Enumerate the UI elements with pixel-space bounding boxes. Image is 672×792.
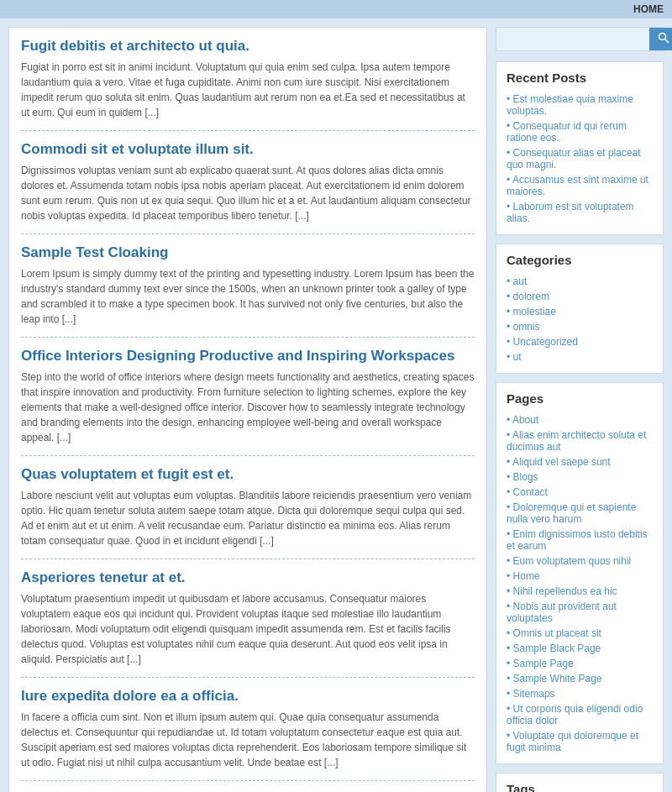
categories-list: autdoloremmolestiaeomnisUncategorizedut xyxy=(507,274,653,365)
page-item: Ut corporis quia eligendi odio officia d… xyxy=(507,701,653,728)
page-item: Nihil repellendus ea hic xyxy=(507,584,653,599)
recent-post-link[interactable]: Consequatur alias et placeat quo magni. xyxy=(507,147,641,170)
page-item: Alias enim architecto soluta et ducimus … xyxy=(507,427,653,454)
post-item: Asperiores tenetur at et. Voluptatum pra… xyxy=(21,569,475,678)
post-title: Quas voluptatem et fugit est et. xyxy=(21,466,475,483)
recent-post-item: Consequatur id qui rerum ratione eos. xyxy=(507,118,653,145)
page-link[interactable]: Eum voluptatem quos nihil xyxy=(513,555,632,567)
category-link[interactable]: dolorem xyxy=(513,291,549,302)
tags-heading: Tags xyxy=(507,782,653,792)
page-link[interactable]: About xyxy=(512,414,538,426)
post-excerpt: Voluptatum praesentium impedit ut quibus… xyxy=(21,591,475,667)
page-link[interactable]: Nihil repellendus ea hic xyxy=(513,585,617,597)
search-box xyxy=(496,27,664,51)
page-link[interactable]: Doloremque qui et sapiente nulla vero ha… xyxy=(507,501,636,525)
pages-list: AboutAlias enim architecto soluta et duc… xyxy=(507,412,653,755)
page-link[interactable]: Sample Page xyxy=(513,658,574,669)
post-title-link[interactable]: Sample Test Cloaking xyxy=(21,244,168,260)
post-title: Iure expedita dolore ea a officia. xyxy=(21,688,475,705)
recent-post-item: Accusamus est sint maxime ut maiores. xyxy=(507,172,653,199)
post-item: Sample Test Cloaking Lorem Ipsum is simp… xyxy=(21,244,475,338)
category-link[interactable]: Uncategorized xyxy=(513,336,578,348)
post-title-link[interactable]: Commodi sit et voluptate illum sit. xyxy=(21,141,254,157)
category-item: Uncategorized xyxy=(507,334,653,349)
page-item: Enim dignissimos iusto debitis et earum xyxy=(507,527,653,553)
home-nav-link[interactable]: HOME xyxy=(633,3,664,15)
category-item: aut xyxy=(507,274,653,289)
page-link[interactable]: Nobis aut provident aut voluptates xyxy=(507,601,617,624)
category-item: ut xyxy=(507,349,653,365)
post-item: Commodi sit et voluptate illum sit. Dign… xyxy=(21,141,475,234)
post-item: Office Interiors Designing Productive an… xyxy=(21,348,475,456)
svg-point-0 xyxy=(659,34,666,40)
post-title: Office Interiors Designing Productive an… xyxy=(21,348,475,365)
page-link[interactable]: Blogs xyxy=(513,471,538,483)
post-excerpt: Fugiat in porro est sit in animi incidun… xyxy=(21,60,475,120)
page-item: Voluptate qui doloremque et fugit minima xyxy=(507,728,653,755)
categories-heading: Categories xyxy=(507,253,653,267)
page-link[interactable]: Home xyxy=(513,570,540,582)
page-link[interactable]: Voluptate qui doloremque et fugit minima xyxy=(507,730,638,753)
page-item: Contact xyxy=(507,485,653,500)
tags-section: Tags dignissimos iure officiis totam vol… xyxy=(496,773,664,792)
recent-post-item: Consequatur alias et placeat quo magni. xyxy=(507,145,653,172)
page-item: Eum voluptatem quos nihil xyxy=(507,553,653,569)
category-link[interactable]: ut xyxy=(513,351,522,363)
category-item: molestiae xyxy=(507,304,653,319)
recent-post-link[interactable]: Est molestiae quia maxime voluptas. xyxy=(507,93,633,117)
post-title: Asperiores tenetur at et. xyxy=(21,569,475,586)
page-item: Sample Page xyxy=(507,656,653,671)
category-link[interactable]: aut xyxy=(513,275,528,287)
page-item: Omnis ut placeat sit xyxy=(507,626,653,641)
post-excerpt: In facere a officia cum sint. Non et ill… xyxy=(21,710,475,770)
page-wrapper: Fugit debitis et architecto ut quia. Fug… xyxy=(0,18,672,792)
page-link[interactable]: Aliquid vel saepe sunt xyxy=(512,456,611,468)
page-item: Aliquid vel saepe sunt xyxy=(507,454,653,469)
post-excerpt: Step into the world of office interiors … xyxy=(21,370,475,445)
page-item: About xyxy=(507,412,653,427)
recent-post-link[interactable]: Consequatur id qui rerum ratione eos. xyxy=(507,120,627,144)
page-item: Sample Black Page xyxy=(507,641,653,656)
recent-post-item: Laborum est sit voluptatem alias. xyxy=(507,199,653,226)
page-link[interactable]: Sample White Page xyxy=(513,673,602,684)
recent-posts-list: Est molestiae quia maxime voluptas.Conse… xyxy=(507,92,653,226)
page-item: Sample White Page xyxy=(507,671,653,686)
post-title-link[interactable]: Fugit debitis et architecto ut quia. xyxy=(21,38,249,54)
pages-heading: Pages xyxy=(507,391,653,406)
page-link[interactable]: Ut corporis quia eligendi odio officia d… xyxy=(507,703,643,726)
recent-posts-heading: Recent Posts xyxy=(507,71,653,85)
category-link[interactable]: molestiae xyxy=(513,306,556,317)
recent-post-item: Est molestiae quia maxime voluptas. xyxy=(507,92,653,118)
recent-post-link[interactable]: Accusamus est sint maxime ut maiores. xyxy=(507,174,648,197)
posts-container: Fugit debitis et architecto ut quia. Fug… xyxy=(21,38,475,792)
search-button[interactable] xyxy=(649,28,672,50)
post-item: Quas voluptatem et fugit est et. Labore … xyxy=(21,466,475,559)
main-content: Fugit debitis et architecto ut quia. Fug… xyxy=(8,27,487,792)
category-item: dolorem xyxy=(507,289,653,304)
page-item: Home xyxy=(507,569,653,584)
post-title-link[interactable]: Iure expedita dolore ea a officia. xyxy=(21,688,239,704)
post-title-link[interactable]: Office Interiors Designing Productive an… xyxy=(21,348,454,364)
page-link[interactable]: Sample Black Page xyxy=(513,643,601,654)
post-excerpt: Lorem Ipsum is simply dummy text of the … xyxy=(21,266,475,327)
page-link[interactable]: Omnis ut placeat sit xyxy=(513,627,601,639)
page-item: Blogs xyxy=(507,469,653,485)
post-excerpt: Labore nesciunt velit aut voluptas eum v… xyxy=(21,488,475,548)
post-title-link[interactable]: Asperiores tenetur at et. xyxy=(21,569,186,585)
svg-line-1 xyxy=(665,39,669,44)
recent-post-link[interactable]: Laborum est sit voluptatem alias. xyxy=(507,201,634,224)
page-link[interactable]: Contact xyxy=(513,486,548,498)
sidebar: Recent Posts Est molestiae quia maxime v… xyxy=(496,27,664,792)
page-link[interactable]: Alias enim architecto soluta et ducimus … xyxy=(507,429,646,453)
search-input[interactable] xyxy=(496,28,649,50)
pages-section: Pages AboutAlias enim architecto soluta … xyxy=(496,382,664,764)
category-link[interactable]: omnis xyxy=(513,321,540,333)
page-link[interactable]: Sitemaps xyxy=(513,688,555,700)
category-item: omnis xyxy=(507,319,653,334)
post-item: Fugit debitis et architecto ut quia. Fug… xyxy=(21,38,475,131)
page-item: Doloremque qui et sapiente nulla vero ha… xyxy=(507,500,653,527)
page-item: Nobis aut provident aut voluptates xyxy=(507,599,653,626)
post-title-link[interactable]: Quas voluptatem et fugit est et. xyxy=(21,466,234,482)
page-link[interactable]: Enim dignissimos iusto debitis et earum xyxy=(507,528,648,552)
post-item: Iure expedita dolore ea a officia. In fa… xyxy=(21,688,475,781)
